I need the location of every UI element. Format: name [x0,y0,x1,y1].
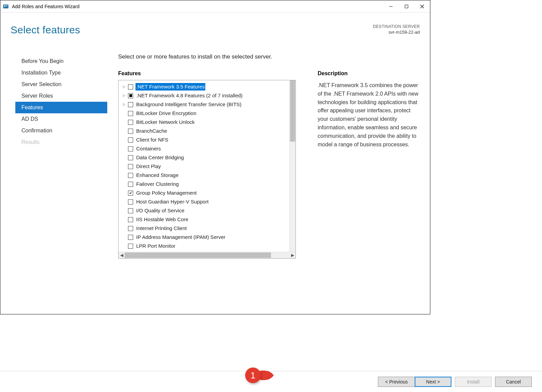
feature-checkbox[interactable] [128,235,133,240]
sidebar-item-before-you-begin[interactable]: Before You Begin [15,55,107,67]
feature-row[interactable]: Host Guardian Hyper-V Support [118,197,296,206]
feature-row[interactable]: Internet Printing Client [118,224,296,233]
destination-server-info: DESTINATION SERVER svr-m159-22-ad [373,24,420,53]
feature-label[interactable]: Failover Clustering [136,180,179,188]
feature-label[interactable]: IIS Hostable Web Core [136,216,189,223]
wizard-header: Select features DESTINATION SERVER svr-m… [0,13,430,53]
feature-checkbox[interactable] [128,120,133,125]
feature-row[interactable]: Client for NFS [118,135,296,144]
feature-row[interactable]: ▷.NET Framework 4.8 Features (2 of 7 ins… [118,91,296,100]
expand-icon[interactable]: ▷ [122,83,127,91]
feature-label[interactable]: Enhanced Storage [136,172,179,179]
feature-label[interactable]: Direct Play [136,163,162,170]
feature-checkbox[interactable] [128,111,133,116]
app-icon [3,4,9,9]
feature-checkbox[interactable] [128,173,133,178]
expand-icon[interactable]: ▷ [122,92,127,99]
scroll-left-icon[interactable]: ◀ [118,252,125,259]
feature-row[interactable]: ▷Background Intelligent Transfer Service… [118,100,296,109]
feature-checkbox[interactable] [128,146,133,151]
close-button[interactable] [414,0,430,13]
feature-row[interactable]: Failover Clustering [118,180,296,189]
title-bar: Add Roles and Features Wizard [0,0,430,13]
maximize-button[interactable] [399,0,414,13]
feature-checkbox[interactable] [128,93,133,98]
feature-label[interactable]: BranchCache [136,127,168,135]
feature-row[interactable]: IP Address Management (IPAM) Server [118,233,296,242]
feature-checkbox[interactable] [128,199,133,205]
feature-row[interactable]: BranchCache [118,127,296,135]
feature-checkbox[interactable] [128,129,133,134]
feature-checkbox[interactable] [128,182,133,187]
feature-label[interactable]: BitLocker Network Unlock [136,118,195,126]
description-heading: Description [318,70,420,77]
feature-checkbox[interactable] [128,191,133,196]
feature-row[interactable]: Enhanced Storage [118,171,296,180]
feature-row[interactable]: Containers [118,144,296,153]
feature-label[interactable]: Internet Printing Client [136,225,187,232]
horizontal-scrollbar[interactable]: ◀ ▶ [118,252,296,258]
feature-checkbox[interactable] [128,102,133,107]
feature-checkbox[interactable] [128,164,133,169]
feature-checkbox[interactable] [128,244,133,249]
expand-icon[interactable]: ▷ [122,101,127,108]
sidebar-item-installation-type[interactable]: Installation Type [15,67,107,79]
svg-rect-2 [6,5,7,6]
description-text: .NET Framework 3.5 combines the power of… [318,81,420,149]
scrollbar-thumb[interactable] [290,80,295,142]
feature-row[interactable]: BitLocker Network Unlock [118,118,296,127]
sidebar-item-confirmation[interactable]: Confirmation [15,125,107,136]
sidebar-item-server-selection[interactable]: Server Selection [15,79,107,90]
svg-rect-1 [4,5,5,6]
feature-label[interactable]: Host Guardian Hyper-V Support [136,198,209,206]
destination-server-label: DESTINATION SERVER [373,24,420,29]
feature-row[interactable]: I/O Quality of Service [118,206,296,215]
feature-checkbox[interactable] [128,208,133,213]
sidebar-item-features[interactable]: Features [15,102,107,113]
sidebar-item-server-roles[interactable]: Server Roles [15,90,107,102]
window-title: Add Roles and Features Wizard [12,4,79,9]
feature-row[interactable]: Direct Play [118,162,296,171]
destination-server-name: svr-m159-22-ad [373,30,420,35]
feature-label[interactable]: LPR Port Monitor [136,242,176,250]
feature-label[interactable]: Data Center Bridging [136,154,185,161]
instruction-text: Select one or more features to install o… [118,53,420,60]
feature-label[interactable]: BitLocker Drive Encryption [136,110,197,117]
vertical-scrollbar[interactable] [289,80,296,252]
feature-row[interactable]: BitLocker Drive Encryption [118,109,296,118]
feature-checkbox[interactable] [128,155,133,160]
feature-label[interactable]: Containers [136,145,162,152]
feature-row[interactable]: Data Center Bridging [118,153,296,162]
feature-row[interactable]: LPR Port Monitor [118,242,296,250]
scrollbar-thumb[interactable] [125,252,271,258]
features-heading: Features [118,70,304,77]
feature-label[interactable]: .NET Framework 4.8 Features (2 of 7 inst… [136,92,243,99]
page-title: Select features [11,24,80,53]
wizard-sidebar: Before You BeginInstallation TypeServer … [15,53,107,259]
svg-rect-4 [405,5,408,8]
feature-checkbox[interactable] [128,217,133,222]
feature-row[interactable]: Group Policy Management [118,189,296,197]
sidebar-item-results: Results [15,136,107,148]
feature-label[interactable]: .NET Framework 3.5 Features [136,83,205,91]
feature-checkbox[interactable] [128,84,133,89]
sidebar-item-ad-ds[interactable]: AD DS [15,113,107,125]
feature-row[interactable]: IIS Hostable Web Core [118,215,296,224]
feature-label[interactable]: Background Intelligent Transfer Service … [136,101,242,108]
feature-label[interactable]: Client for NFS [136,136,169,144]
feature-row[interactable]: ▷.NET Framework 3.5 Features [118,82,296,91]
feature-checkbox[interactable] [128,226,133,231]
minimize-button[interactable] [383,0,399,13]
scroll-right-icon[interactable]: ▶ [289,252,296,259]
feature-label[interactable]: Group Policy Management [136,189,197,197]
features-listbox[interactable]: ▷.NET Framework 3.5 Features▷.NET Framew… [118,80,296,259]
feature-label[interactable]: IP Address Management (IPAM) Server [136,233,226,241]
feature-checkbox[interactable] [128,137,133,143]
feature-label[interactable]: I/O Quality of Service [136,207,185,214]
